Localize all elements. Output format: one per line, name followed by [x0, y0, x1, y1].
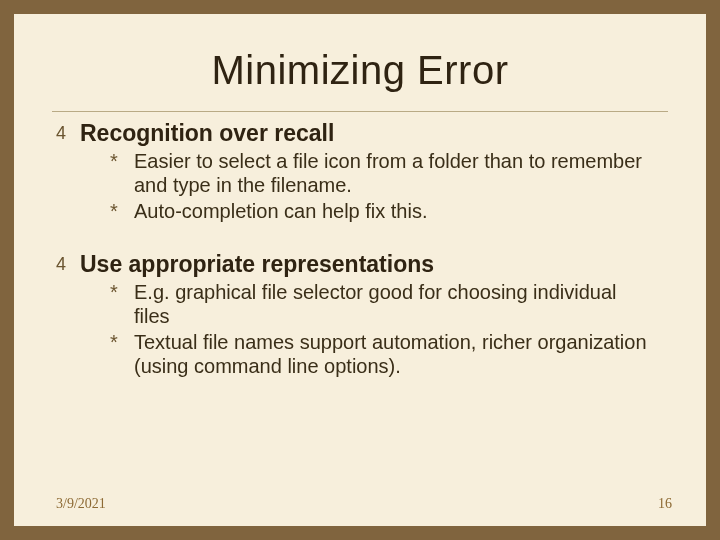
asterisk-icon: *: [110, 199, 118, 223]
list-item-text: Textual file names support automation, r…: [134, 331, 647, 377]
title-wrap: Minimizing Error: [14, 48, 706, 93]
slide-content: 4 Recognition over recall * Easier to se…: [56, 120, 654, 378]
list-item: * Textual file names support automation,…: [110, 330, 654, 378]
slide: Minimizing Error 4 Recognition over reca…: [14, 14, 706, 526]
section-items: * E.g. graphical file selector good for …: [110, 280, 654, 378]
slide-title: Minimizing Error: [14, 48, 706, 93]
asterisk-icon: *: [110, 330, 118, 354]
asterisk-icon: *: [110, 149, 118, 173]
footer-date: 3/9/2021: [56, 496, 106, 512]
title-divider: [52, 111, 668, 112]
list-item-text: Easier to select a file icon from a fold…: [134, 150, 642, 196]
section-heading: 4 Recognition over recall: [56, 120, 654, 147]
bullet-4-icon: 4: [56, 254, 66, 275]
list-item: * Auto-completion can help fix this.: [110, 199, 654, 223]
section-items: * Easier to select a file icon from a fo…: [110, 149, 654, 223]
section-heading: 4 Use appropriate representations: [56, 251, 654, 278]
list-item: * Easier to select a file icon from a fo…: [110, 149, 654, 197]
asterisk-icon: *: [110, 280, 118, 304]
slide-footer: 3/9/2021 16: [14, 496, 706, 512]
bullet-4-icon: 4: [56, 123, 66, 144]
list-item: * E.g. graphical file selector good for …: [110, 280, 654, 328]
list-item-text: Auto-completion can help fix this.: [134, 200, 428, 222]
footer-page-number: 16: [658, 496, 672, 512]
section-heading-text: Recognition over recall: [80, 120, 334, 146]
section-heading-text: Use appropriate representations: [80, 251, 434, 277]
list-item-text: E.g. graphical file selector good for ch…: [134, 281, 617, 327]
